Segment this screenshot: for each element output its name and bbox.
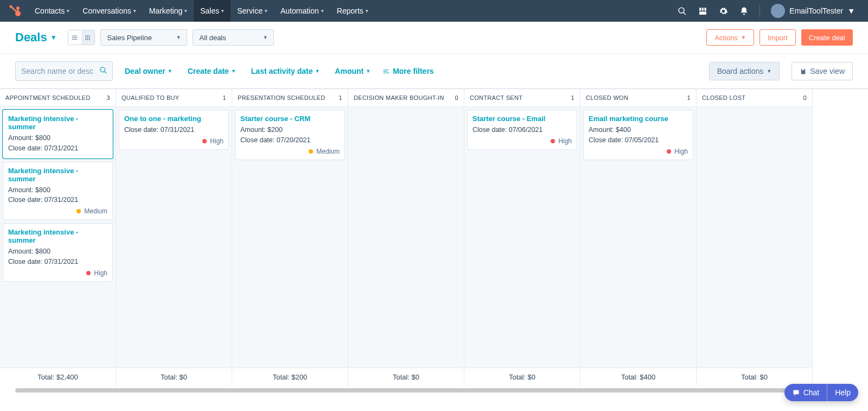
column-count: 0 [455,94,458,101]
deal-priority: High [473,137,572,145]
nav-item-automation[interactable]: Automation▾ [274,0,330,22]
column-total: Total: $0 [348,368,464,386]
column-total: Total: $400 [580,368,696,386]
board-actions-button[interactable]: Board actions ▼ [709,62,780,80]
import-button[interactable]: Import [760,29,796,46]
svg-point-14 [386,71,387,72]
filter-create-date[interactable]: Create date▼ [188,67,236,75]
chevron-down-icon: ▼ [366,68,371,74]
deal-card[interactable]: Email marketing courseAmount: $400Close … [583,110,693,160]
filter-last-activity-date[interactable]: Last activity date▼ [251,67,320,75]
column-header: PRESENTATION SCHEDULED1 [232,89,348,107]
filter-chip-label: Amount [335,67,363,75]
board-wrap: APPOINTMENT SCHEDULED3Marketing intensiv… [0,88,868,393]
column-body[interactable]: Starter course - EmailClose date: 07/06/… [464,107,580,368]
chat-icon [792,389,800,397]
deal-card[interactable]: One to one - marketingClose date: 07/31/… [119,110,229,150]
create-deal-button[interactable]: Create deal [801,29,853,46]
svg-point-12 [89,39,90,40]
deal-title: Starter course - Email [473,115,572,123]
board-column: CONTRACT SENT1Starter course - EmailClos… [464,89,580,386]
filter-amount[interactable]: Amount▼ [335,67,371,75]
nav-item-service[interactable]: Service▾ [231,0,274,22]
column-title: DECISION MAKER BOUGHT-IN [354,94,444,101]
svg-point-5 [87,35,88,36]
chat-button[interactable]: Chat [784,384,828,401]
board-scroll[interactable]: APPOINTMENT SCHEDULED3Marketing intensiv… [0,89,868,386]
nav-item-label: Sales [200,7,219,15]
filter-bar: Deal owner▼Create date▼Last activity dat… [0,54,868,88]
brand-logo[interactable] [9,4,22,17]
marketplace-icon[interactable] [693,0,712,22]
import-label: Import [768,34,788,42]
deal-card[interactable]: Marketing intensive - summerAmount: $800… [3,223,113,282]
deal-amount-line: Amount: $800 [8,246,107,257]
column-count: 1 [339,94,342,101]
help-button[interactable]: Help [827,384,858,401]
search-input[interactable] [15,61,113,81]
chevron-down-icon: ▾ [265,8,267,14]
nav-item-contacts[interactable]: Contacts▾ [28,0,76,22]
board-column: QUALIFIED TO BUY1One to one - marketingC… [116,89,232,386]
save-icon [800,68,807,75]
search-icon[interactable] [673,0,691,22]
deal-priority: High [8,269,107,277]
chevron-down-icon: ▾ [321,8,324,14]
column-body[interactable]: Marketing intensive - summerAmount: $800… [0,107,116,368]
svg-point-15 [388,72,389,73]
search-icon[interactable] [99,66,107,76]
board-column: CLOSED LOST0Total: $0 [697,89,813,386]
column-body[interactable] [348,107,464,368]
deals-title-dropdown[interactable]: Deals ▼ [15,30,57,45]
actions-label: Actions [714,34,738,42]
actions-button[interactable]: Actions ▼ [706,29,754,46]
board-actions-label: Board actions [717,67,764,75]
pipeline-select-value: Sales Pipeline [107,34,152,42]
nav-item-conversations[interactable]: Conversations▾ [76,0,143,22]
column-header: APPOINTMENT SCHEDULED3 [0,89,116,107]
column-body[interactable] [697,107,812,368]
horizontal-scrollbar[interactable] [15,388,853,393]
deal-card[interactable]: Starter course - CRMAmount: $200Close da… [235,110,345,160]
nav-item-reports[interactable]: Reports▾ [330,0,375,22]
pipeline-select[interactable]: Sales Pipeline ▼ [100,29,187,46]
filter-chip-label: Last activity date [251,67,313,75]
priority-dot-icon [86,271,91,275]
deal-close-line: Close date: 07/06/2021 [473,125,572,135]
column-header: DECISION MAKER BOUGHT-IN0 [348,89,464,107]
filter-chip-label: Create date [188,67,229,75]
column-body[interactable]: Email marketing courseAmount: $400Close … [580,107,696,368]
deal-card[interactable]: Marketing intensive - summerAmount: $800… [3,110,113,159]
column-body[interactable]: One to one - marketingClose date: 07/31/… [116,107,232,368]
deal-title: Marketing intensive - summer [8,228,107,244]
notifications-icon[interactable] [735,0,753,22]
help-widget: Chat Help [784,384,858,401]
column-total: Total: $200 [232,368,348,386]
column-body[interactable]: Starter course - CRMAmount: $200Close da… [232,107,348,368]
deals-scope-select[interactable]: All deals ▼ [193,29,274,46]
board-column: CLOSED WON1Email marketing courseAmount:… [580,89,697,386]
account-menu[interactable]: EmailToolTester ▼ [767,4,859,18]
nav-item-marketing[interactable]: Marketing▾ [143,0,194,22]
search-wrap [15,61,113,81]
svg-point-10 [85,39,86,40]
svg-point-8 [87,37,88,38]
settings-icon[interactable] [714,0,732,22]
deals-title-label: Deals [15,30,47,45]
deal-card[interactable]: Marketing intensive - summerAmount: $800… [3,162,113,220]
chevron-down-icon: ▾ [366,8,368,14]
column-title: CLOSED WON [586,94,628,101]
list-view-button[interactable] [68,30,81,45]
deal-title: Marketing intensive - summer [8,167,107,183]
board-view-button[interactable] [81,30,94,45]
grid-icon [84,34,91,41]
deal-card[interactable]: Starter course - EmailClose date: 07/06/… [467,110,577,150]
nav-separator [760,4,760,17]
nav-item-sales[interactable]: Sales▾ [194,0,231,22]
column-header: CLOSED LOST0 [697,89,812,107]
board-column: PRESENTATION SCHEDULED1Starter course - … [232,89,348,386]
filter-deal-owner[interactable]: Deal owner▼ [125,67,173,75]
more-filters-button[interactable]: More filters [382,67,433,75]
column-count: 1 [571,94,575,101]
save-view-button[interactable]: Save view [792,62,853,80]
